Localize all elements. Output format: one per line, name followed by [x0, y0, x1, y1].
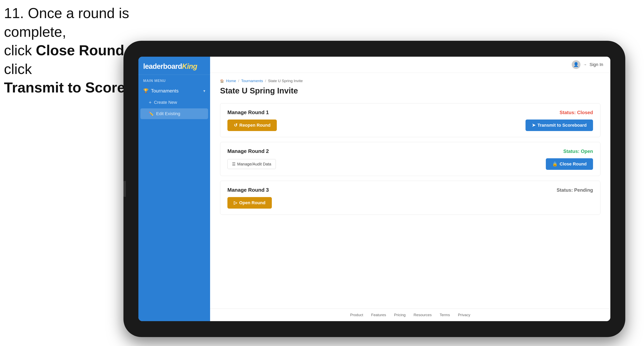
logo-king: King	[182, 62, 197, 70]
sidebar-item-tournaments[interactable]: 🏆 Tournaments ▾	[138, 85, 210, 97]
sign-in-arrow-icon: →	[583, 63, 587, 67]
sidebar-logo: leaderboardKing	[138, 57, 210, 75]
tablet-screen: leaderboardKing MAIN MENU 🏆 Tournaments …	[138, 57, 610, 321]
round-3-left-button[interactable]: ▷ Open Round	[228, 197, 272, 209]
footer: Product Features Pricing Resources Terms…	[210, 309, 610, 321]
round-card-1: Manage Round 1 Status: Closed ↺ Reopen R…	[220, 103, 600, 137]
round-1-right-button[interactable]: ➤ Transmit to Scoreboard	[526, 120, 593, 131]
round-2-left-button[interactable]: ☰ Manage/Audit Data	[228, 159, 276, 169]
footer-terms[interactable]: Terms	[440, 313, 450, 317]
main-content: 👤 → Sign In 🏠 Home / Tournaments / State	[210, 57, 610, 321]
sidebar-item-create-new[interactable]: + Create New	[138, 97, 210, 108]
right-btn-icon: ➤	[532, 123, 536, 128]
breadcrumb: 🏠 Home / Tournaments / State U Spring In…	[220, 79, 600, 83]
round-card-2: Manage Round 2 Status: Open ☰ Manage/Aud…	[220, 142, 600, 176]
round-card-3: Manage Round 3 Status: Pending ▷ Open Ro…	[220, 181, 600, 215]
rounds-container: Manage Round 1 Status: Closed ↺ Reopen R…	[220, 103, 600, 215]
round-3-title: Manage Round 3	[228, 187, 269, 193]
sidebar: leaderboardKing MAIN MENU 🏆 Tournaments …	[138, 57, 210, 321]
round-1-title: Manage Round 1	[228, 109, 269, 116]
edit-icon: ✏️	[149, 111, 154, 116]
round-2-title: Manage Round 2	[228, 148, 269, 154]
instruction-line1: 11. Once a round is complete,	[4, 5, 129, 40]
page-content: 🏠 Home / Tournaments / State U Spring In…	[210, 73, 610, 309]
breadcrumb-tournaments[interactable]: Tournaments	[241, 79, 263, 83]
create-new-label: Create New	[154, 100, 177, 105]
left-btn-icon: ☰	[232, 162, 236, 167]
main-menu-label: MAIN MENU	[138, 75, 210, 85]
edit-existing-label: Edit Existing	[156, 111, 180, 116]
footer-features[interactable]: Features	[371, 313, 386, 317]
breadcrumb-current: State U Spring Invite	[268, 79, 303, 83]
top-bar: 👤 → Sign In	[210, 57, 610, 73]
round-1-status: Status: Closed	[560, 110, 593, 115]
chevron-down-icon: ▾	[203, 88, 205, 93]
page-title: State U Spring Invite	[220, 86, 600, 95]
home-icon: 🏠	[220, 79, 224, 83]
trophy-icon: 🏆	[143, 88, 148, 93]
side-button	[124, 181, 126, 197]
sign-in-label[interactable]: Sign In	[590, 62, 604, 67]
left-btn-icon: ▷	[234, 200, 237, 205]
logo-leaderboard: leaderboard	[143, 62, 182, 70]
avatar: 👤	[572, 60, 580, 69]
round-1-left-button[interactable]: ↺ Reopen Round	[228, 120, 277, 131]
round-2-status: Status: Open	[563, 149, 593, 154]
footer-resources[interactable]: Resources	[414, 313, 432, 317]
footer-pricing[interactable]: Pricing	[394, 313, 406, 317]
footer-privacy[interactable]: Privacy	[458, 313, 470, 317]
sidebar-nav: 🏆 Tournaments ▾ + Create New ✏️ Edit Exi…	[138, 85, 210, 321]
round-3-status: Status: Pending	[556, 187, 593, 193]
left-btn-icon: ↺	[234, 123, 237, 128]
tournaments-nav-label: Tournaments	[151, 88, 178, 94]
round-2-right-button[interactable]: 🔒 Close Round	[546, 158, 593, 170]
footer-product[interactable]: Product	[350, 313, 363, 317]
plus-icon: +	[149, 100, 152, 105]
right-btn-icon: 🔒	[552, 162, 558, 167]
breadcrumb-home[interactable]: Home	[226, 79, 236, 83]
sidebar-item-edit-existing[interactable]: ✏️ Edit Existing	[140, 108, 208, 119]
sign-in-area: 👤 → Sign In	[572, 60, 604, 69]
tablet-shell: leaderboardKing MAIN MENU 🏆 Tournaments …	[124, 41, 625, 337]
